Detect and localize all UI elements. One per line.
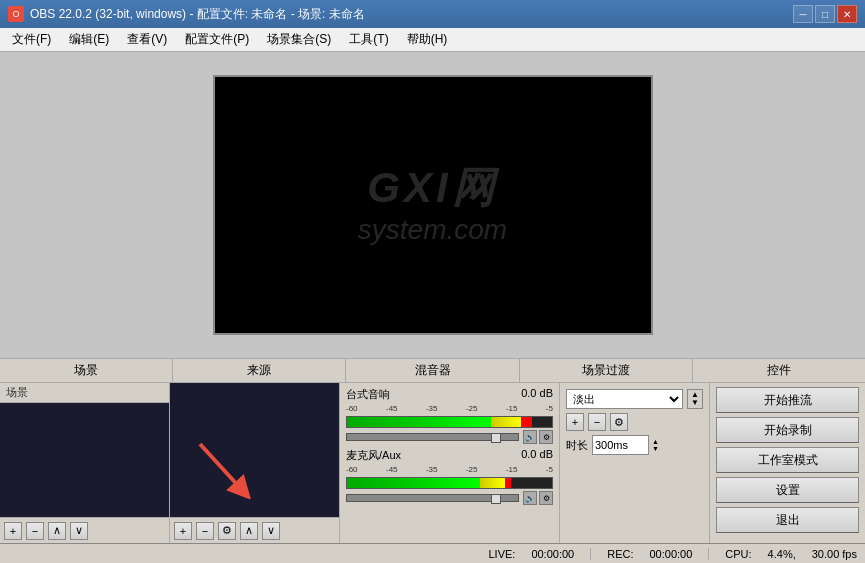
sources-panel: + − ⚙ ∧ ∨ [170, 383, 340, 543]
mixer-ch2-settings-button[interactable]: ⚙ [539, 491, 553, 505]
mixer-ch1-icons: 🔊 ⚙ [523, 430, 553, 444]
bottom-area: 场景 来源 混音器 场景过渡 控件 场景 + − ∧ ∨ [0, 358, 865, 543]
title-bar: O OBS 22.0.2 (32-bit, windows) - 配置文件: 未… [0, 0, 865, 28]
preview-area: GXI网 system.com [0, 52, 865, 358]
sources-settings-button[interactable]: ⚙ [218, 522, 236, 540]
menu-view[interactable]: 查看(V) [119, 29, 175, 51]
transition-settings-button[interactable]: ⚙ [610, 413, 628, 431]
cpu-value: 4.4%, [768, 548, 796, 560]
mixer-ch2-slider-thumb [491, 494, 501, 504]
transition-remove-button[interactable]: − [588, 413, 606, 431]
sources-down-button[interactable]: ∨ [262, 522, 280, 540]
window-controls: ─ □ ✕ [793, 5, 857, 23]
mixer-ch2-mute-button[interactable]: 🔊 [523, 491, 537, 505]
status-separator-2 [708, 548, 709, 560]
menu-file[interactable]: 文件(F) [4, 29, 59, 51]
mixer-ch2-slider[interactable] [346, 494, 519, 502]
transition-add-button[interactable]: + [566, 413, 584, 431]
mixer-ch1-db: 0.0 dB [521, 387, 553, 402]
mixer-ch1-bar-fill [347, 417, 552, 427]
minimize-button[interactable]: ─ [793, 5, 813, 23]
transition-select-row: 淡出 ▲ ▼ [566, 389, 703, 409]
mixer-ch2-header: 麦克风/Aux 0.0 dB [346, 448, 553, 463]
transition-type-spinner[interactable]: ▲ ▼ [687, 389, 703, 409]
panel-headers: 场景 来源 混音器 场景过渡 控件 [0, 359, 865, 383]
sources-up-button[interactable]: ∧ [240, 522, 258, 540]
mixer-ch2-name: 麦克风/Aux [346, 448, 401, 463]
mixer-channel-1: 台式音响 0.0 dB -60 -45 -35 -25 -15 -5 [346, 387, 553, 444]
sources-remove-button[interactable]: − [196, 522, 214, 540]
live-time: 00:00:00 [531, 548, 574, 560]
mixer-ch1-slider-thumb [491, 433, 501, 443]
start-stream-button[interactable]: 开始推流 [716, 387, 859, 413]
scenes-toolbar: + − ∧ ∨ [0, 517, 169, 543]
mixer-ch2-slider-row: 🔊 ⚙ [346, 491, 553, 505]
mixer-panel: 台式音响 0.0 dB -60 -45 -35 -25 -15 -5 [340, 383, 560, 543]
svg-line-1 [200, 444, 243, 491]
menu-bar: 文件(F) 编辑(E) 查看(V) 配置文件(P) 场景集合(S) 工具(T) … [0, 28, 865, 52]
sources-list[interactable] [170, 383, 339, 517]
live-label: LIVE: [488, 548, 515, 560]
sources-toolbar: + − ⚙ ∧ ∨ [170, 517, 339, 543]
panel-header-controls: 控件 [693, 359, 865, 382]
transition-type-select[interactable]: 淡出 [566, 389, 683, 409]
panel-header-sources: 来源 [173, 359, 346, 382]
mixer-ch1-header: 台式音响 0.0 dB [346, 387, 553, 402]
scenes-remove-button[interactable]: − [26, 522, 44, 540]
transition-toolbar: + − ⚙ [566, 413, 703, 431]
mixer-channel-2: 麦克风/Aux 0.0 dB -60 -45 -35 -25 -15 -5 [346, 448, 553, 505]
mixer-ch1-mute-button[interactable]: 🔊 [523, 430, 537, 444]
menu-profile[interactable]: 配置文件(P) [177, 29, 257, 51]
mixer-ch1-slider-row: 🔊 ⚙ [346, 430, 553, 444]
sources-add-button[interactable]: + [174, 522, 192, 540]
window-title: OBS 22.0.2 (32-bit, windows) - 配置文件: 未命名… [30, 6, 365, 23]
settings-button[interactable]: 设置 [716, 477, 859, 503]
cpu-label: CPU: [725, 548, 751, 560]
scenes-down-button[interactable]: ∨ [70, 522, 88, 540]
scenes-add-button[interactable]: + [4, 522, 22, 540]
controls-panel: 开始推流 开始录制 工作室模式 设置 退出 [710, 383, 865, 543]
mixer-ch1-labels: -60 -45 -35 -25 -15 -5 [346, 404, 553, 413]
fps-value: 30.00 fps [812, 548, 857, 560]
transition-duration-label: 时长 [566, 438, 588, 453]
mixer-ch1-slider[interactable] [346, 433, 519, 441]
transition-duration-row: 时长 ▲ ▼ [566, 435, 703, 455]
mixer-ch2-bar-fill [347, 478, 552, 488]
menu-tools[interactable]: 工具(T) [341, 29, 396, 51]
menu-scene-collection[interactable]: 场景集合(S) [259, 29, 339, 51]
panel-header-transitions: 场景过渡 [520, 359, 693, 382]
exit-button[interactable]: 退出 [716, 507, 859, 533]
menu-help[interactable]: 帮助(H) [399, 29, 456, 51]
menu-edit[interactable]: 编辑(E) [61, 29, 117, 51]
scenes-up-button[interactable]: ∧ [48, 522, 66, 540]
scenes-panel: 场景 + − ∧ ∨ [0, 383, 170, 543]
maximize-button[interactable]: □ [815, 5, 835, 23]
mixer-ch1-bar [346, 416, 553, 428]
preview-watermark: GXI网 system.com [358, 163, 507, 247]
app-icon: O [8, 6, 24, 22]
rec-label: REC: [607, 548, 633, 560]
close-button[interactable]: ✕ [837, 5, 857, 23]
duration-spinner[interactable]: ▲ ▼ [648, 435, 662, 455]
panel-header-scenes: 场景 [0, 359, 173, 382]
status-separator-1 [590, 548, 591, 560]
panel-header-mixer: 混音器 [346, 359, 519, 382]
mixer-ch2-labels: -60 -45 -35 -25 -15 -5 [346, 465, 553, 474]
studio-mode-button[interactable]: 工作室模式 [716, 447, 859, 473]
mixer-ch2-db: 0.0 dB [521, 448, 553, 463]
mixer-ch2-icons: 🔊 ⚙ [523, 491, 553, 505]
mixer-ch1-settings-button[interactable]: ⚙ [539, 430, 553, 444]
transitions-panel: 淡出 ▲ ▼ + − ⚙ 时长 [560, 383, 710, 543]
preview-window: GXI网 system.com [213, 75, 653, 335]
scenes-list[interactable] [0, 403, 169, 517]
status-bar: LIVE: 00:00:00 REC: 00:00:00 CPU: 4.4%, … [0, 543, 865, 563]
mixer-ch1-name: 台式音响 [346, 387, 390, 402]
mixer-ch2-bar [346, 477, 553, 489]
main-content: GXI网 system.com 场景 来源 混音器 场景过渡 控件 场景 + −… [0, 52, 865, 543]
scenes-label: 场景 [0, 383, 169, 403]
start-record-button[interactable]: 开始录制 [716, 417, 859, 443]
sources-arrow-indicator [195, 439, 255, 502]
panel-content: 场景 + − ∧ ∨ [0, 383, 865, 543]
rec-time: 00:00:00 [649, 548, 692, 560]
